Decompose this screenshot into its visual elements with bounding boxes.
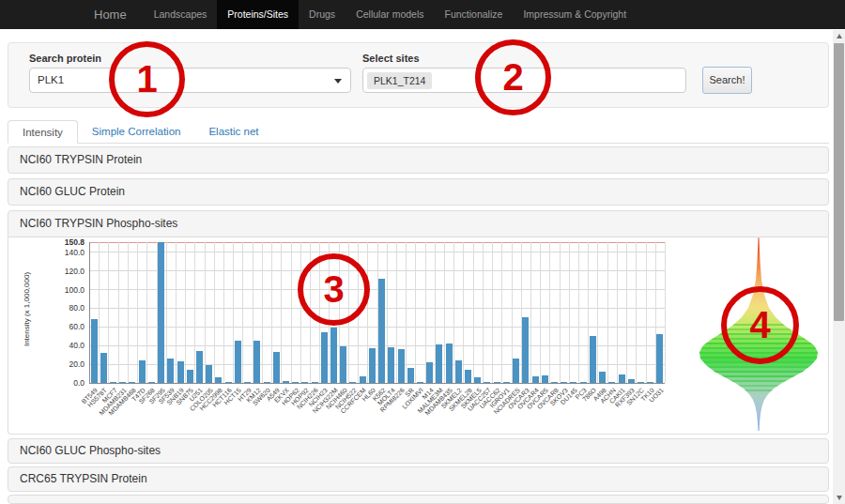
tab-intensity[interactable]: Intensity bbox=[8, 120, 78, 144]
bar-RXF393[interactable] bbox=[628, 379, 635, 383]
bar-786O[interactable] bbox=[590, 336, 596, 383]
scrollbar-up-button[interactable] bbox=[833, 30, 845, 42]
bar-BT549[interactable] bbox=[91, 319, 98, 383]
bar-HCT15[interactable] bbox=[235, 341, 241, 383]
bar-TK10[interactable] bbox=[647, 382, 653, 383]
v-gridline bbox=[549, 242, 550, 383]
bar-A498[interactable] bbox=[599, 372, 606, 383]
bar-SKOV3[interactable] bbox=[561, 382, 567, 383]
bar-A549[interactable] bbox=[273, 352, 280, 383]
annotation-circle-4: 4 bbox=[721, 286, 799, 364]
bar-DU145[interactable] bbox=[570, 382, 576, 383]
bar-HL60[interactable] bbox=[369, 348, 376, 383]
bar-LOXIMVI[interactable] bbox=[417, 382, 423, 383]
accordion-panel[interactable]: NCI60 TRYPSIN Protein bbox=[8, 146, 829, 174]
bar-PC3[interactable] bbox=[580, 382, 587, 383]
nav-item-functionalize[interactable]: Functionalize bbox=[435, 0, 514, 29]
bar-IGROV1[interactable] bbox=[503, 382, 510, 383]
bar-RPMI8226[interactable] bbox=[398, 349, 405, 383]
bar-HCT116[interactable] bbox=[225, 382, 232, 383]
bar-SR[interactable] bbox=[407, 368, 414, 383]
nav-item-drugs[interactable]: Drugs bbox=[299, 0, 346, 29]
bar-SF268[interactable] bbox=[148, 382, 155, 383]
bar-CCRFCEM[interactable] bbox=[360, 376, 366, 383]
annotation-number: 3 bbox=[323, 268, 344, 311]
bar-NCIH460[interactable] bbox=[340, 346, 346, 383]
bar-MDAMB435[interactable] bbox=[446, 344, 453, 383]
bar-HS578T[interactable] bbox=[100, 353, 107, 383]
bar-SN12C[interactable] bbox=[638, 382, 644, 383]
nav-item-proteins-sites[interactable]: Proteins/Sites bbox=[217, 0, 299, 29]
bar-MDAMB468[interactable] bbox=[129, 382, 135, 383]
bar-U251[interactable] bbox=[196, 351, 203, 383]
bar-SF295[interactable] bbox=[158, 242, 164, 383]
bar-SW620[interactable] bbox=[264, 382, 270, 383]
bar-NCIH23[interactable] bbox=[321, 332, 328, 383]
nav-brand-home[interactable]: Home bbox=[94, 0, 127, 29]
v-gridline bbox=[214, 242, 215, 383]
bar-EKVX[interactable] bbox=[283, 381, 289, 383]
annotation-number: 2 bbox=[502, 56, 523, 99]
bar-OVCAR3[interactable] bbox=[522, 317, 529, 383]
bar-ACHN[interactable] bbox=[608, 382, 615, 383]
bar-OVCAR5[interactable] bbox=[542, 375, 548, 383]
bar-SNB75[interactable] bbox=[187, 370, 193, 383]
scrollbar-down-button[interactable] bbox=[833, 492, 845, 504]
v-gridline bbox=[415, 242, 416, 383]
accordion-panel[interactable] bbox=[8, 495, 829, 504]
bar-HOP92[interactable] bbox=[301, 382, 308, 383]
tab-simple-correlation[interactable]: Simple Correlation bbox=[78, 120, 195, 144]
accordion-panel-expanded[interactable]: NCI60 TRYPSIN Phospho-sites bbox=[8, 210, 829, 237]
v-gridline bbox=[118, 242, 119, 383]
bar-UO31[interactable] bbox=[656, 334, 663, 383]
bar-NCIADRES[interactable] bbox=[513, 359, 519, 383]
bar-NCIH226[interactable] bbox=[312, 382, 318, 383]
bar-SNB19[interactable] bbox=[177, 361, 184, 383]
bar-T47D[interactable] bbox=[139, 360, 146, 383]
bar-OVCAR4[interactable] bbox=[532, 376, 539, 383]
bar-MCF7[interactable] bbox=[110, 382, 116, 383]
bar-SF539[interactable] bbox=[167, 359, 174, 383]
vertical-scrollbar[interactable] bbox=[833, 30, 845, 504]
bar-CAKI1[interactable] bbox=[619, 374, 625, 383]
annotation-circle-1: 1 bbox=[109, 41, 185, 117]
bar-HOP62[interactable] bbox=[292, 382, 299, 383]
bar-MALME3M[interactable] bbox=[436, 344, 442, 383]
nav-item-impressum-copyright[interactable]: Impressum & Copyright bbox=[513, 0, 637, 29]
bar-MOLT4[interactable] bbox=[388, 347, 394, 383]
annotation-number: 1 bbox=[136, 58, 157, 100]
v-gridline bbox=[223, 242, 224, 383]
protein-select-dropdown[interactable]: PLK1 bbox=[29, 68, 351, 93]
v-gridline bbox=[406, 242, 407, 383]
bar-M14[interactable] bbox=[426, 362, 433, 383]
bar-OVCAR8[interactable] bbox=[551, 382, 558, 383]
search-button[interactable]: Search! bbox=[702, 67, 752, 94]
accordion-panel[interactable]: NCI60 GLUC Protein bbox=[8, 178, 829, 206]
y-tick-label: 120.0 bbox=[54, 267, 84, 276]
bar-K562[interactable] bbox=[378, 279, 385, 383]
search-protein-label: Search protein bbox=[29, 53, 101, 64]
bar-SKMEL28[interactable] bbox=[465, 370, 471, 383]
top-navbar: Home LandscapesProteins/SitesDrugsCellul… bbox=[0, 0, 845, 29]
bar-HT29[interactable] bbox=[244, 382, 251, 383]
scrollbar-thumb[interactable] bbox=[834, 43, 844, 321]
v-gridline bbox=[262, 242, 263, 383]
protein-select-value: PLK1 bbox=[38, 74, 64, 85]
bar-KM12[interactable] bbox=[254, 341, 260, 383]
bar-MDAMB231[interactable] bbox=[119, 382, 126, 383]
accordion-panel[interactable]: CRC65 TRYPSIN Protein bbox=[8, 466, 829, 492]
bar-SKMEL5[interactable] bbox=[474, 377, 481, 383]
select-sites-label: Select sites bbox=[362, 53, 420, 64]
tab-elastic-net[interactable]: Elastic net bbox=[194, 120, 272, 144]
site-token-chip[interactable]: PLK1_T214 bbox=[367, 72, 432, 89]
bar-COLO205[interactable] bbox=[206, 365, 212, 383]
nav-item-landscapes[interactable]: Landscapes bbox=[144, 0, 218, 29]
bar-SKMEL2[interactable] bbox=[455, 360, 462, 383]
bar-UACC62[interactable] bbox=[494, 382, 500, 383]
bar-UACC257[interactable] bbox=[484, 382, 490, 383]
bar-NCIH522[interactable] bbox=[349, 382, 356, 383]
bar-NCIH322M[interactable] bbox=[330, 328, 337, 383]
y-tick-label: 40.0 bbox=[54, 341, 84, 350]
bar-HCC2998[interactable] bbox=[215, 377, 222, 383]
nav-item-cellular-models[interactable]: Cellular models bbox=[346, 0, 434, 29]
